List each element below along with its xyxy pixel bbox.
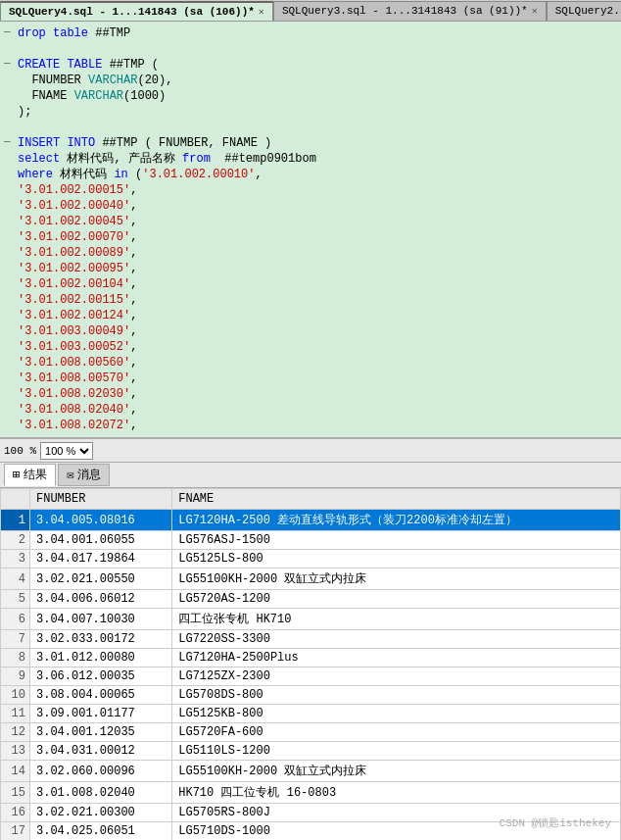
code-line: FNAME VARCHAR(1000) (0, 88, 621, 104)
cell-fname: LG5110LS-1200 (172, 742, 621, 761)
table-row[interactable]: 173.04.025.06051LG5710DS-1000 (1, 822, 621, 841)
code-line: '3.01.003.00049', (0, 323, 621, 339)
code-line: '3.01.002.00070', (0, 229, 621, 245)
code-content: '3.01.008.02030', (18, 386, 137, 402)
table-row[interactable]: 163.02.021.00300LG5705RS-800J (1, 804, 621, 822)
cell-fname: LG5720FA-600 (172, 723, 621, 742)
tab-sqlquery2-label: SQLQuery2.sql (555, 5, 621, 17)
line-indicator: — (4, 25, 16, 37)
code-line: '3.01.002.00104', (0, 276, 621, 292)
cell-fnumber: 3.02.033.00172 (30, 630, 172, 649)
table-header-row: FNUMBER FNAME (1, 489, 621, 510)
cell-row-num: 14 (1, 761, 30, 782)
line-indicator: — (4, 135, 16, 147)
cell-fname: LG576ASJ-1500 (172, 531, 621, 550)
code-line: where 材料代码 in ('3.01.002.00010', (0, 167, 621, 182)
cell-fname: LG7125ZX-2300 (172, 667, 621, 686)
code-content: ); (18, 104, 31, 120)
cell-row-num: 10 (1, 686, 30, 705)
cell-fnumber: 3.02.021.00550 (30, 568, 172, 590)
code-line: '3.01.008.00560', (0, 355, 621, 371)
zoom-bar: 100 % 100 % (0, 439, 621, 463)
tab-results[interactable]: ⊞ 结果 (4, 464, 56, 486)
code-content: '3.01.002.00015', (18, 182, 137, 198)
cell-fnumber: 3.04.001.06055 (30, 531, 172, 550)
table-row[interactable]: 113.09.001.01177LG5125KB-800 (1, 705, 621, 723)
cell-row-num: 16 (1, 804, 30, 822)
cell-fnumber: 3.04.031.00012 (30, 742, 172, 761)
table-row[interactable]: 63.04.007.10030四工位张专机 HK710 (1, 609, 621, 630)
code-content: '3.01.002.00045', (18, 214, 137, 229)
cell-row-num: 2 (1, 531, 30, 550)
tab-sqlquery3[interactable]: SQLQuery3.sql - 1...3141843 (sa (91))* ✕ (273, 1, 547, 21)
data-table-container: FNUMBER FNAME 13.04.005.08016LG7120HA-25… (0, 488, 621, 840)
results-tabs: ⊞ 结果 ✉ 消息 (0, 463, 621, 488)
cell-fnumber: 3.04.006.06012 (30, 590, 172, 609)
code-content: CREATE TABLE ##TMP ( (18, 57, 159, 73)
cell-row-num: 6 (1, 609, 30, 630)
code-content: '3.01.003.00052', (18, 339, 137, 355)
code-line: '3.01.002.00095', (0, 261, 621, 276)
table-row[interactable]: 133.04.031.00012LG5110LS-1200 (1, 742, 621, 761)
cell-row-num: 7 (1, 630, 30, 649)
code-line: ); (0, 104, 621, 120)
code-content: '3.01.002.00104', (18, 276, 137, 292)
cell-row-num: 11 (1, 705, 30, 723)
cell-row-num: 8 (1, 649, 30, 667)
code-line: '3.01.003.00052', (0, 339, 621, 355)
cell-row-num: 13 (1, 742, 30, 761)
code-content: drop table ##TMP (18, 25, 130, 41)
messages-icon: ✉ (67, 468, 73, 482)
results-tab-label: 结果 (24, 467, 47, 483)
code-line: '3.01.002.00115', (0, 292, 621, 308)
code-line: select 材料代码, 产品名称 from ##temp0901bom (0, 151, 621, 167)
code-content: where 材料代码 in ('3.01.002.00010', (18, 167, 263, 182)
cell-fname: LG7220SS-3300 (172, 630, 621, 649)
results-icon: ⊞ (13, 468, 20, 482)
code-line: —INSERT INTO ##TMP ( FNUMBER, FNAME ) (0, 135, 621, 151)
table-row[interactable]: 73.02.033.00172LG7220SS-3300 (1, 630, 621, 649)
code-content: '3.01.008.00560', (18, 355, 137, 371)
code-content: '3.01.008.02040', (18, 402, 137, 418)
tab-sqlquery3-close[interactable]: ✕ (532, 5, 538, 17)
table-row[interactable]: 123.04.001.12035LG5720FA-600 (1, 723, 621, 742)
table-row[interactable]: 13.04.005.08016LG7120HA-2500 差动直线导轨形式（装刀… (1, 510, 621, 531)
code-content: '3.01.003.00049', (18, 323, 137, 339)
data-table: FNUMBER FNAME 13.04.005.08016LG7120HA-25… (0, 488, 621, 840)
code-line: '3.01.002.00015', (0, 182, 621, 198)
code-line (0, 120, 621, 135)
tab-sqlquery4[interactable]: SQLQuery4.sql - 1...141843 (sa (106))* ✕ (0, 1, 273, 21)
cell-fname: LG5125LS-800 (172, 550, 621, 568)
code-editor[interactable]: —drop table ##TMP—CREATE TABLE ##TMP ( F… (0, 22, 621, 439)
cell-fname: HK710 四工位专机 16-0803 (172, 782, 621, 804)
tab-sqlquery4-close[interactable]: ✕ (259, 6, 264, 18)
cell-row-num: 17 (1, 822, 30, 841)
table-row[interactable]: 33.04.017.19864LG5125LS-800 (1, 550, 621, 568)
tab-messages[interactable]: ✉ 消息 (58, 464, 110, 486)
zoom-label: 100 % (4, 445, 36, 457)
cell-fname: LG5705RS-800J (172, 804, 621, 822)
code-line: '3.01.008.00570', (0, 371, 621, 386)
code-line: '3.01.002.00124', (0, 308, 621, 323)
code-content: FNUMBER VARCHAR(20), (18, 73, 172, 88)
cell-row-num: 9 (1, 667, 30, 686)
cell-fname: LG7120HA-2500Plus (172, 649, 621, 667)
cell-fname: LG5720AS-1200 (172, 590, 621, 609)
table-row[interactable]: 23.04.001.06055LG576ASJ-1500 (1, 531, 621, 550)
code-content: '3.01.008.00570', (18, 371, 137, 386)
col-header-fnumber: FNUMBER (30, 489, 172, 510)
code-content: '3.01.002.00089', (18, 245, 137, 261)
table-row[interactable]: 143.02.060.00096LG55100KH-2000 双缸立式内拉床 (1, 761, 621, 782)
table-row[interactable]: 103.08.004.00065LG5708DS-800 (1, 686, 621, 705)
table-row[interactable]: 43.02.021.00550LG55100KH-2000 双缸立式内拉床 (1, 568, 621, 590)
table-row[interactable]: 153.01.008.02040HK710 四工位专机 16-0803 (1, 782, 621, 804)
table-row[interactable]: 93.06.012.00035LG7125ZX-2300 (1, 667, 621, 686)
tab-sqlquery2[interactable]: SQLQuery2.sql (547, 1, 621, 21)
zoom-select[interactable]: 100 % (40, 442, 93, 460)
line-indicator: — (4, 57, 16, 69)
table-row[interactable]: 53.04.006.06012LG5720AS-1200 (1, 590, 621, 609)
code-line: '3.01.008.02072', (0, 418, 621, 433)
table-row[interactable]: 83.01.012.00080LG7120HA-2500Plus (1, 649, 621, 667)
code-line: '3.01.008.02040', (0, 402, 621, 418)
cell-row-num: 12 (1, 723, 30, 742)
